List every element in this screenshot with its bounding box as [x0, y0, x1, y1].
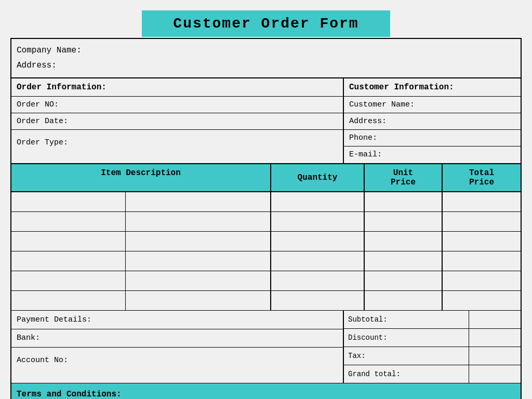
td-item-sub1-1	[11, 192, 126, 211]
phone-label: Phone:	[344, 130, 382, 145]
form-title: Customer Order Form	[142, 10, 390, 37]
td-item-sub2-5	[126, 271, 271, 290]
th-quantity: Quantity	[271, 164, 365, 191]
subtotal-label: Subtotal:	[344, 313, 469, 326]
table-row	[11, 251, 521, 271]
terms-label: Terms and Conditions:	[17, 390, 122, 399]
order-type-row: Order Type:	[11, 130, 343, 156]
order-info-header: Order Information:	[11, 78, 343, 97]
payment-right-panel: Subtotal: Discount: Tax: Grand total:	[344, 311, 521, 383]
payment-section: Payment Details: Bank: Account No: Subto…	[11, 311, 521, 383]
discount-value	[469, 329, 521, 347]
td-total-price-2	[443, 212, 521, 231]
grand-total-value	[469, 365, 521, 383]
table-row	[11, 291, 521, 311]
discount-row: Discount:	[344, 329, 521, 347]
td-unit-price-4	[365, 251, 443, 271]
td-total-price-4	[443, 251, 521, 271]
td-quantity-6	[271, 291, 365, 310]
subtotal-row: Subtotal:	[344, 311, 521, 329]
subtotal-value	[469, 311, 521, 328]
email-label: E-mail:	[344, 147, 387, 162]
customer-info-header: Customer Information:	[344, 78, 521, 97]
account-no-label: Account No:	[17, 356, 68, 365]
customer-address-label: Address:	[344, 114, 392, 129]
customer-address-row: Address:	[344, 113, 521, 130]
table-row	[11, 192, 521, 212]
td-item-sub1-2	[11, 212, 126, 231]
td-total-price-1	[443, 192, 521, 211]
payment-left-panel: Payment Details: Bank: Account No:	[11, 311, 344, 383]
company-address-section: Company Name: Address:	[11, 39, 521, 78]
table-row	[11, 232, 521, 251]
td-quantity-2	[271, 212, 365, 231]
td-total-price-6	[443, 291, 521, 310]
table-header: Item Description Quantity UnitPrice Tota…	[11, 164, 521, 192]
td-quantity-5	[271, 271, 365, 290]
th-unit-price: UnitPrice	[365, 164, 443, 191]
td-item-sub2-3	[126, 232, 271, 251]
td-quantity-1	[271, 192, 365, 211]
td-item-sub1-5	[11, 271, 126, 290]
td-unit-price-3	[365, 232, 443, 251]
phone-row: Phone:	[344, 130, 521, 147]
td-item-sub2-4	[126, 251, 271, 271]
email-row: E-mail:	[344, 147, 521, 163]
grand-total-row: Grand total:	[344, 365, 521, 383]
td-unit-price-1	[365, 192, 443, 211]
td-unit-price-2	[365, 212, 443, 231]
order-date-row: Order Date:	[11, 113, 343, 130]
grand-total-label: Grand total:	[344, 368, 469, 380]
customer-info-panel: Customer Information: Customer Name: Add…	[344, 78, 521, 163]
td-total-price-5	[443, 271, 521, 290]
company-name-label: Company Name:	[17, 43, 515, 58]
order-info-panel: Order Information: Order NO: Order Date:…	[11, 78, 344, 163]
td-quantity-3	[271, 232, 365, 251]
td-item-sub1-3	[11, 232, 126, 251]
bank-label: Bank:	[17, 334, 40, 342]
td-item-sub2-2	[126, 212, 271, 231]
table-row	[11, 212, 521, 232]
table-row	[11, 271, 521, 291]
customer-name-label: Customer Name:	[344, 97, 420, 112]
order-type-label: Order Type:	[11, 135, 73, 150]
order-date-label: Order Date:	[11, 114, 73, 129]
th-total-price: TotalPrice	[443, 164, 521, 191]
td-unit-price-6	[365, 291, 443, 310]
account-no-row: Account No:	[11, 348, 343, 374]
tax-value	[469, 347, 521, 365]
bank-row: Bank:	[11, 329, 343, 348]
tax-label: Tax:	[344, 350, 469, 362]
order-no-row: Order NO:	[11, 97, 343, 113]
address-label-top: Address:	[17, 58, 515, 73]
info-section: Order Information: Order NO: Order Date:…	[11, 78, 521, 164]
td-item-sub1-4	[11, 251, 126, 271]
td-item-sub2-6	[126, 291, 271, 310]
terms-row: Terms and Conditions:	[11, 383, 521, 399]
td-total-price-3	[443, 232, 521, 251]
payment-details-label: Payment Details:	[11, 311, 343, 329]
td-unit-price-5	[365, 271, 443, 290]
td-item-sub2-1	[126, 192, 271, 211]
discount-label: Discount:	[344, 331, 469, 344]
td-quantity-4	[271, 251, 365, 271]
tax-row: Tax:	[344, 347, 521, 365]
td-item-sub1-6	[11, 291, 126, 310]
customer-name-row: Customer Name:	[344, 97, 521, 113]
th-item-description: Item Description	[11, 164, 271, 191]
order-no-label: Order NO:	[11, 97, 64, 112]
